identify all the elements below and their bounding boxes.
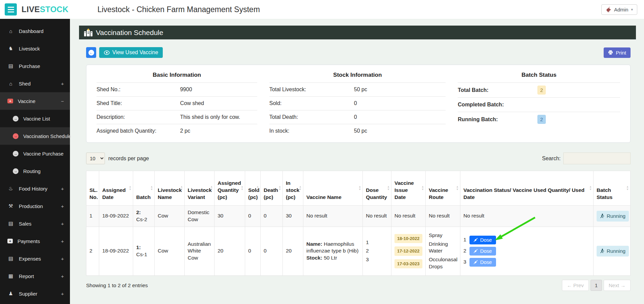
- rooster-icon: [606, 7, 611, 12]
- info-row: Assigned batch Quantity: 2 pc: [97, 124, 257, 138]
- cell-assigned-date: 18-09-2022: [99, 227, 133, 276]
- sidebar-item-routing[interactable]: → Routing: [0, 162, 70, 180]
- chart-icon: ▦: [7, 273, 14, 279]
- cell-vaccination-status: 1 Dose: [460, 227, 594, 276]
- cart-icon: ⚒: [7, 203, 14, 209]
- pagination: ← Prev 1 Next →: [562, 280, 631, 291]
- money-icon: ▤: [7, 256, 14, 262]
- sidebar-item-food-history[interactable]: ♨ Food History +: [0, 180, 70, 197]
- col-header-livestock-variant[interactable]: Livestock Variant ▲▼: [185, 171, 215, 206]
- date-badge: 17-12-2022: [394, 246, 422, 256]
- cell-dose-quantity: No result: [363, 205, 391, 227]
- sort-icon: ▲▼: [150, 185, 153, 191]
- running-status-badge: Running: [597, 211, 629, 222]
- home-icon: ⌂: [7, 81, 14, 87]
- eye-icon: [104, 50, 110, 55]
- dose-button-2[interactable]: Dose: [469, 247, 496, 256]
- back-button[interactable]: ←: [86, 47, 96, 58]
- sort-icon: ▲▼: [180, 185, 183, 191]
- col-header-batch-status[interactable]: Batch Status ▲▼: [594, 171, 631, 206]
- sidebar-item-report[interactable]: ▦ Report +: [0, 267, 70, 285]
- running-batch-badge: 2: [537, 115, 546, 124]
- sort-icon: ▲▼: [387, 185, 390, 191]
- sidebar-item-expenses[interactable]: ▤ Expenses +: [0, 250, 70, 267]
- col-header-dose-quantity[interactable]: Dose Quantity ▲▼: [363, 171, 391, 206]
- sort-icon: ▲▼: [358, 185, 361, 191]
- cell-vaccine-route: Spray Drinking Water Occulonasal Drops: [426, 227, 460, 276]
- circle-arrow-icon: →: [13, 151, 18, 157]
- sidebar-item-vaccine-list[interactable]: → Vaccine List: [0, 110, 70, 127]
- info-row: In stock: 50 pc: [269, 124, 446, 138]
- plus-expand-icon: +: [61, 81, 64, 87]
- col-header-sold[interactable]: Sold (pc) ▲▼: [245, 171, 261, 206]
- cell-variant: Australian White Cow: [185, 227, 215, 276]
- sidebar-item-vaccination-schedule[interactable]: → Vaccination Schedule: [0, 127, 70, 145]
- date-badge: 18-10-2022: [394, 234, 422, 243]
- col-header-vaccine-route[interactable]: Vaccine Route ▲▼: [426, 171, 460, 206]
- sidebar-item-production[interactable]: ⚒ Production +: [0, 197, 70, 215]
- col-header-in-stock[interactable]: In stock (pc) ▲▼: [283, 171, 303, 206]
- toolbar: ← View Used Vaccine: [86, 47, 631, 58]
- sidebar-nav: ⌂ Dashboard ♞ Livestock ▤ Purchase ⌂ She…: [0, 19, 70, 304]
- cell-issue-date: 18-10-2022 17-12-2022 17-03-2023: [391, 227, 426, 276]
- sidebar-item-livestock[interactable]: ♞ Livestock: [0, 40, 70, 57]
- col-header-sl-no[interactable]: SL. No.: [86, 171, 99, 206]
- sidebar-item-shed[interactable]: ⌂ Shed +: [0, 75, 70, 92]
- col-header-vaccination-status[interactable]: Vaccination Status/ Vaccine Used Quantit…: [460, 171, 594, 206]
- hamburger-menu-icon[interactable]: [5, 3, 17, 15]
- brand-live: LIVE: [22, 5, 40, 14]
- cell-vaccine-name: No result: [303, 205, 363, 227]
- section-title: Basic Information: [97, 72, 257, 82]
- top-header: LIVESTOCK Livestock - Chicken Farm Manag…: [0, 0, 644, 19]
- cell-death: 0: [261, 227, 283, 276]
- home-icon: ⌂: [7, 28, 14, 34]
- cell-variant: Domestic Cow: [185, 205, 215, 227]
- info-row: Total Livestock: 50 pc: [269, 82, 446, 96]
- table-footer: Showing 1 to 2 of 2 entries ← Prev 1 Nex…: [86, 280, 631, 291]
- cell-assigned-qty: 20: [215, 227, 245, 276]
- col-header-vaccine-issue-date[interactable]: Vaccine Issue Date ▲▼: [391, 171, 426, 206]
- sidebar-item-purchase[interactable]: ▤ Purchase: [0, 57, 70, 75]
- batch-status-section: Batch Status Total Batch: 2 Completed Ba…: [458, 72, 620, 138]
- admin-dropdown[interactable]: Admin ▾: [601, 4, 637, 15]
- prev-page-button[interactable]: ← Prev: [562, 280, 589, 291]
- back-arrow-icon: ←: [88, 50, 94, 56]
- col-header-vaccine-name[interactable]: Vaccine Name ▲▼: [303, 171, 363, 206]
- table-row: 2 18-09-2022 1: Cs-1 Cow Australian Whit…: [86, 227, 631, 276]
- sort-icon: ▲▼: [278, 185, 281, 191]
- info-row: Shed No.: 9900: [97, 82, 257, 96]
- records-per-page-label: records per page: [108, 156, 149, 162]
- search-input[interactable]: [563, 153, 631, 164]
- records-per-page-select[interactable]: 10: [86, 153, 105, 164]
- info-row: Description: This shed is only for cow.: [97, 110, 257, 124]
- plus-expand-icon: +: [61, 273, 64, 279]
- cell-livestock-name: Cow: [155, 205, 185, 227]
- cell-dose-quantity: 1 2 3: [363, 227, 391, 276]
- sidebar-item-dashboard[interactable]: ⌂ Dashboard: [0, 22, 70, 40]
- main-content: Vaccination Schedule ← View Used Vaccine: [70, 19, 644, 304]
- cell-sold: 0: [245, 227, 261, 276]
- col-header-assigned-date[interactable]: Assigned Date ▲▼: [99, 171, 133, 206]
- next-page-button[interactable]: Next →: [604, 280, 631, 291]
- sidebar-item-payments[interactable]: + Payments +: [0, 232, 70, 250]
- cell-batch-status: Running: [594, 205, 631, 227]
- food-icon: ♨: [7, 185, 14, 192]
- print-button[interactable]: Print: [604, 47, 631, 58]
- plus-expand-icon: +: [61, 291, 64, 297]
- section-title: Batch Status: [458, 72, 620, 82]
- dose-row: 3 Dose: [463, 258, 590, 267]
- sidebar-item-vaccine-purchase[interactable]: → Vaccine Purchase: [0, 145, 70, 162]
- sidebar-item-vaccine[interactable]: + Vaccine −: [0, 92, 70, 110]
- page-number-button[interactable]: 1: [591, 280, 602, 291]
- cell-livestock-name: Cow: [155, 227, 185, 276]
- col-header-batch[interactable]: Batch ▲▼: [133, 171, 155, 206]
- sidebar-item-supplier[interactable]: ♟ Supplier +: [0, 285, 70, 302]
- col-header-death[interactable]: Death (pc) ▲▼: [261, 171, 283, 206]
- view-used-vaccine-button[interactable]: View Used Vaccine: [99, 47, 163, 58]
- dose-button-3[interactable]: Dose: [469, 258, 496, 267]
- col-header-livestock-name[interactable]: Livestock Name ▲▼: [155, 171, 185, 206]
- col-header-assigned-quantity[interactable]: Assigned Quantity (pc) ▲▼: [215, 171, 245, 206]
- sidebar-item-sales[interactable]: ▤ Sales +: [0, 215, 70, 232]
- table-row: 1 18-09-2022 2: Cs-2 Cow Domestic Cow 30…: [86, 205, 631, 227]
- dose-button-1[interactable]: Dose: [469, 236, 496, 244]
